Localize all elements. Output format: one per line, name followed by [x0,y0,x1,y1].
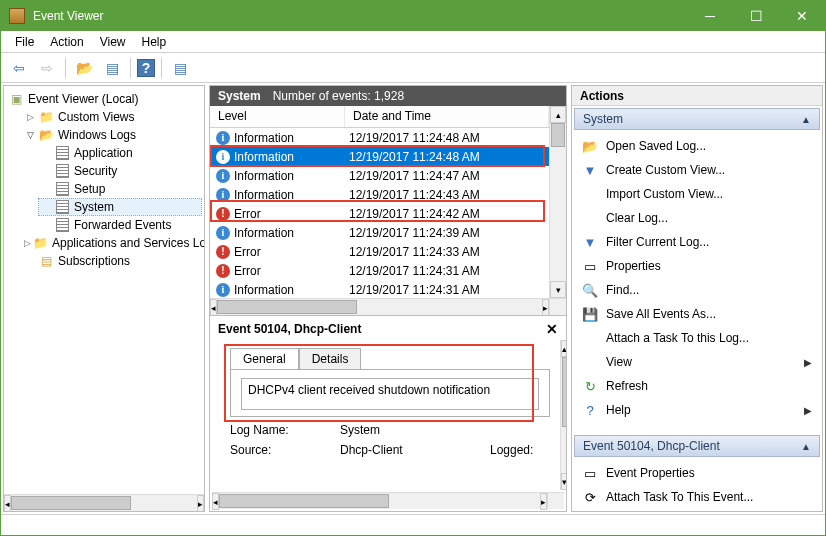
info-icon: i [216,188,230,202]
scroll-right-button[interactable]: ▸ [542,299,549,316]
forward-button[interactable]: ⇨ [35,57,59,79]
field-log-name: Log Name: System [230,423,550,437]
event-row[interactable]: iInformation12/19/2017 11:24:39 AM [210,223,549,242]
minimize-button[interactable]: ─ [687,1,733,31]
props-button[interactable]: ▤ [100,57,124,79]
event-row[interactable]: !Error12/19/2017 11:24:31 AM [210,261,549,280]
detail-hscroll[interactable]: ◂ ▸ [212,492,564,509]
events-list[interactable]: iInformation12/19/2017 11:24:48 AMiInfor… [210,128,549,298]
action-label: Create Custom View... [606,163,725,177]
scroll-right-button[interactable]: ▸ [197,495,204,512]
event-row[interactable]: !Error12/19/2017 11:24:33 AM [210,242,549,261]
tree-windows-logs[interactable]: ▽ 📂 Windows Logs [22,126,202,144]
event-datetime: 12/19/2017 11:24:31 AM [349,264,549,278]
action-item[interactable]: ▼Filter Current Log... [574,230,820,254]
help-button[interactable]: ? [137,59,155,77]
actions-group-event[interactable]: Event 50104, Dhcp-Client ▲ [574,435,820,457]
log-icon [54,164,70,178]
scroll-up-button[interactable]: ▴ [550,106,566,123]
source-label: Source: [230,443,340,457]
column-level[interactable]: Level [210,106,345,127]
action-icon [582,210,598,226]
tree-label: Security [74,164,117,178]
action-item[interactable]: ▭Event Properties [574,461,820,485]
tree-setup[interactable]: Setup [38,180,202,198]
action-item[interactable]: 🔍Find... [574,278,820,302]
tree-subscriptions[interactable]: ▤ Subscriptions [22,252,202,270]
action-item[interactable]: Import Custom View... [574,182,820,206]
detail-vscroll[interactable]: ▴ ▾ [560,340,567,490]
action-item[interactable]: 💾Save All Events As... [574,302,820,326]
tree-hscroll[interactable]: ◂ ▸ [4,494,204,511]
scroll-up-button[interactable]: ▴ [561,340,567,357]
action-item[interactable]: Clear Log... [574,206,820,230]
close-button[interactable]: ✕ [779,1,825,31]
event-row[interactable]: !Error12/19/2017 11:24:42 AM [210,204,549,223]
collapse-icon[interactable]: ▽ [24,129,36,141]
tab-details[interactable]: Details [299,348,362,369]
event-row[interactable]: iInformation12/19/2017 11:24:43 AM [210,185,549,204]
spacer [24,255,36,267]
scroll-right-button[interactable]: ▸ [540,493,547,510]
log-icon [54,182,70,196]
scroll-left-button[interactable]: ◂ [212,493,219,510]
pane-button[interactable]: ▤ [168,57,192,79]
column-date[interactable]: Date and Time [345,106,549,127]
action-item[interactable]: ↻Refresh [574,374,820,398]
maximize-button[interactable]: ☐ [733,1,779,31]
action-item[interactable]: ?Help▶ [574,398,820,422]
action-item[interactable]: 📂Open Saved Log... [574,134,820,158]
chevron-up-icon: ▲ [801,114,811,125]
scroll-left-button[interactable]: ◂ [210,299,217,316]
event-row[interactable]: iInformation12/19/2017 11:24:31 AM [210,280,549,298]
tree-forwarded[interactable]: Forwarded Events [38,216,202,234]
action-item[interactable]: View▶ [574,350,820,374]
event-datetime: 12/19/2017 11:24:48 AM [349,150,549,164]
action-label: Help [606,403,631,417]
tree-system[interactable]: System [38,198,202,216]
folder-icon: 📂 [38,128,54,142]
scroll-down-button[interactable]: ▾ [561,473,567,490]
actions-group-label: System [583,112,623,126]
menu-view[interactable]: View [92,33,134,51]
action-icon [582,354,598,370]
tree-label: Setup [74,182,105,196]
tree-apps-services[interactable]: ▷ 📁 Applications and Services Lo [22,234,202,252]
event-datetime: 12/19/2017 11:24:31 AM [349,283,549,297]
action-label: Properties [606,259,661,273]
events-columns: Level Date and Time [210,106,549,128]
tree-security[interactable]: Security [38,162,202,180]
action-item[interactable]: ⟳Attach Task To This Event... [574,485,820,509]
expand-icon[interactable]: ▷ [24,111,36,123]
events-hscroll[interactable]: ◂ ▸ [210,298,566,315]
menu-help[interactable]: Help [134,33,175,51]
events-vscroll[interactable]: ▴ ▾ [549,106,566,298]
menu-file[interactable]: File [7,33,42,51]
scroll-down-button[interactable]: ▾ [550,281,566,298]
tree-application[interactable]: Application [38,144,202,162]
tree-root[interactable]: ▣ Event Viewer (Local) [6,90,202,108]
action-item[interactable]: Attach a Task To this Log... [574,326,820,350]
actions-panel: Actions System ▲ 📂Open Saved Log...▼Crea… [571,85,823,512]
open-button[interactable]: 📂 [72,57,96,79]
tree-label: Custom Views [58,110,134,124]
action-label: Open Saved Log... [606,139,706,153]
expand-icon[interactable]: ▷ [24,237,31,249]
tab-general[interactable]: General [230,348,299,369]
action-icon [582,330,598,346]
event-row[interactable]: iInformation12/19/2017 11:24:48 AM [210,128,549,147]
actions-group-system[interactable]: System ▲ [574,108,820,130]
event-row[interactable]: iInformation12/19/2017 11:24:47 AM [210,166,549,185]
event-row[interactable]: iInformation12/19/2017 11:24:48 AM [210,147,549,166]
detail-general-content: DHCPv4 client received shutdown notifica… [230,369,550,417]
action-item[interactable]: ▭Properties [574,254,820,278]
detail-header: Event 50104, Dhcp-Client ✕ [212,318,564,340]
back-button[interactable]: ⇦ [7,57,31,79]
action-label: Attach a Task To this Log... [606,331,749,345]
tree[interactable]: ▣ Event Viewer (Local) ▷ 📁 Custom Views … [4,86,204,494]
scroll-left-button[interactable]: ◂ [4,495,11,512]
tree-custom-views[interactable]: ▷ 📁 Custom Views [22,108,202,126]
detail-close-button[interactable]: ✕ [546,321,558,337]
menu-action[interactable]: Action [42,33,91,51]
action-item[interactable]: ▼Create Custom View... [574,158,820,182]
